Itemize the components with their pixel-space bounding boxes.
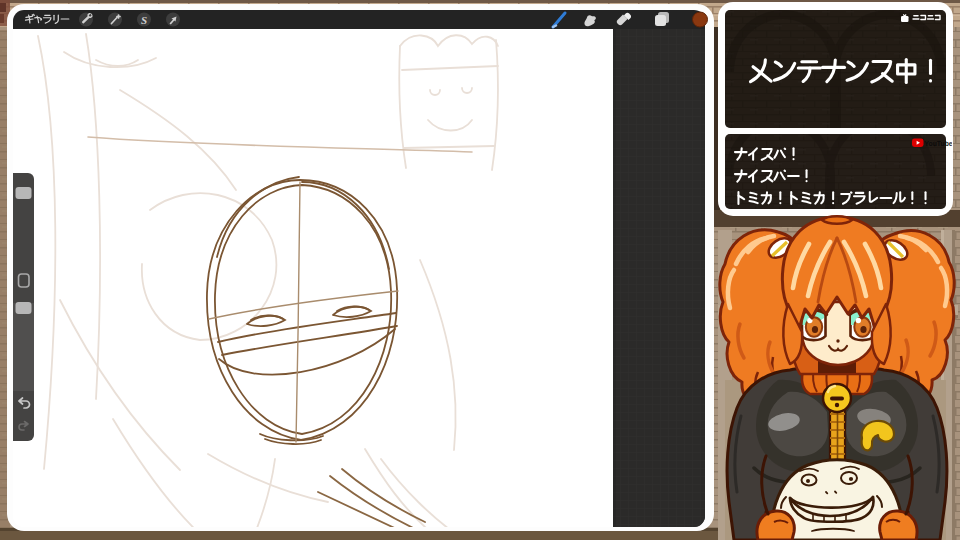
svg-text:YouTube: YouTube [925, 140, 953, 147]
svg-text:S: S [141, 14, 147, 26]
